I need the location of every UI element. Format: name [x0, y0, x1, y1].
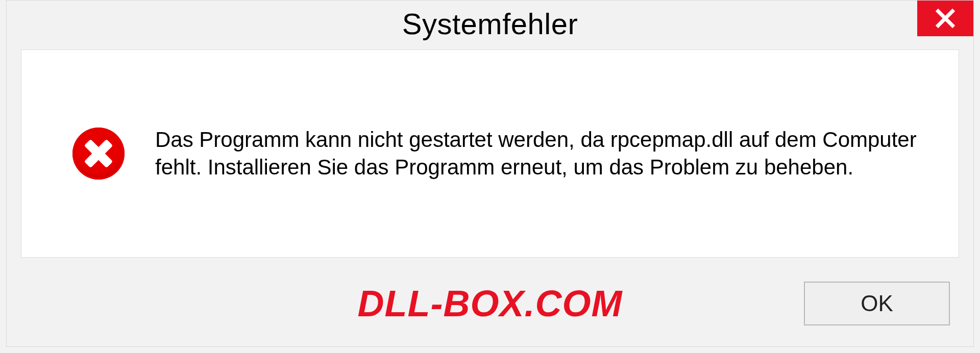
error-dialog: Systemfehler Das Programm kann nicht ges… — [6, 0, 974, 347]
error-icon-wrap — [72, 128, 125, 180]
ok-button-label: OK — [861, 291, 893, 316]
message-panel: Das Programm kann nicht gestartet werden… — [21, 49, 959, 258]
close-button[interactable] — [917, 1, 973, 36]
title-bar: Systemfehler — [7, 1, 973, 46]
error-circle-x-icon — [72, 128, 125, 180]
dialog-title: Systemfehler — [402, 7, 578, 41]
dialog-footer: DLL-BOX.COM OK — [7, 273, 973, 334]
watermark-text: DLL-BOX.COM — [358, 283, 623, 324]
error-message-text: Das Programm kann nicht gestartet werden… — [155, 126, 928, 181]
ok-button[interactable]: OK — [804, 282, 950, 325]
close-icon — [935, 8, 956, 29]
